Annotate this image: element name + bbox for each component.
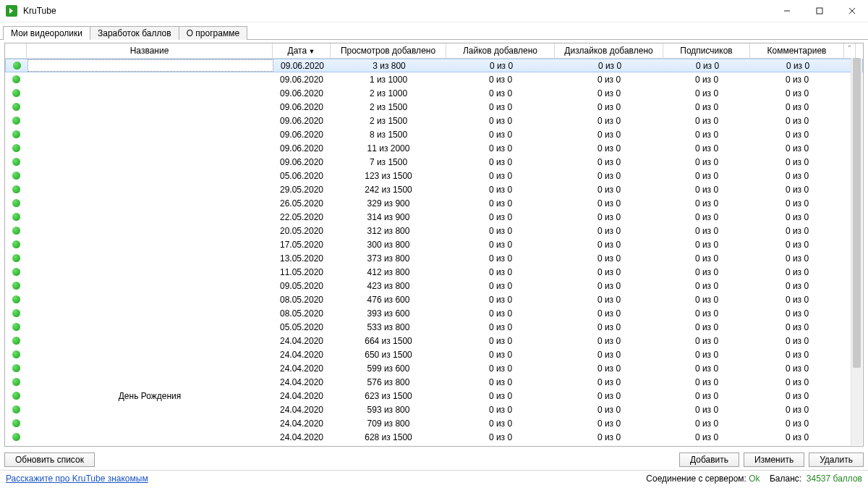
table-body: 09.06.20203 из 8000 из 00 из 00 из 00 из…: [5, 59, 863, 446]
cell-likes: 0 из 0: [446, 226, 555, 236]
cell-subs: 0 из 0: [663, 281, 750, 291]
maximize-button[interactable]: [803, 0, 835, 22]
cell-dislikes: 0 из 0: [555, 171, 663, 181]
table-row[interactable]: 22.05.2020314 из 9000 из 00 из 00 из 00 …: [5, 210, 863, 224]
table-row[interactable]: 24.04.2020593 из 8000 из 00 из 00 из 00 …: [5, 403, 863, 416]
col-dislikes[interactable]: Дизлайков добавлено: [555, 43, 663, 59]
table-row[interactable]: 09.06.20202 из 10000 из 00 из 00 из 00 и…: [5, 86, 863, 100]
cell-date: 24.04.2020: [273, 363, 331, 374]
table-row[interactable]: 20.05.2020312 из 8000 из 00 из 00 из 00 …: [5, 224, 863, 237]
table-row[interactable]: 09.06.20208 из 15000 из 00 из 00 из 00 и…: [5, 127, 863, 141]
cell-dislikes: 0 из 0: [555, 88, 663, 98]
cell-comments: 0 из 0: [750, 418, 844, 429]
cell-likes: 0 из 0: [446, 418, 555, 429]
cell-subs: 0 из 0: [663, 377, 750, 387]
cell-dislikes: 0 из 0: [555, 185, 663, 195]
table-row[interactable]: 24.04.2020650 из 15000 из 00 из 00 из 00…: [5, 348, 863, 361]
status-dot-icon: [12, 337, 20, 345]
balance-value: 34537 баллов: [807, 474, 862, 484]
table-row[interactable]: 09.06.202011 из 20000 из 00 из 00 из 00 …: [5, 141, 863, 155]
status-dot-icon: [12, 117, 20, 125]
cell-comments: 0 из 0: [750, 322, 844, 332]
table-row[interactable]: 11.05.2020412 из 8000 из 00 из 00 из 00 …: [5, 265, 863, 279]
scrollbar-thumb[interactable]: [853, 58, 861, 368]
cell-date: 24.04.2020: [273, 336, 331, 346]
promo-link[interactable]: Расскажите про KruTube знакомым: [6, 474, 148, 484]
col-likes[interactable]: Лайков добавлено: [446, 43, 555, 59]
table-row[interactable]: 29.05.2020242 из 15000 из 00 из 00 из 00…: [5, 182, 863, 196]
table-row[interactable]: 09.06.20201 из 10000 из 00 из 00 из 00 и…: [5, 72, 863, 86]
table-row[interactable]: 09.06.20202 из 15000 из 00 из 00 из 00 и…: [5, 100, 863, 114]
status-dot-icon: [12, 213, 20, 221]
cell-subs: 0 из 0: [663, 143, 750, 153]
table-row[interactable]: 24.04.2020628 из 15000 из 00 из 00 из 00…: [5, 430, 863, 444]
cell-comments: 0 из 0: [750, 405, 844, 415]
vertical-scrollbar[interactable]: [851, 58, 862, 445]
col-views[interactable]: Просмотров добавлено: [331, 43, 446, 59]
cell-comments: 0 из 0: [750, 240, 844, 250]
col-status[interactable]: [5, 43, 27, 59]
table-row[interactable]: 17.05.2020300 из 8000 из 00 из 00 из 00 …: [5, 237, 863, 251]
cell-views: 533 из 800: [331, 322, 446, 332]
cell-comments: 0 из 0: [750, 377, 844, 387]
col-subs[interactable]: Подписчиков: [663, 43, 750, 59]
cell-subs: 0 из 0: [663, 253, 750, 264]
cell-subs: 0 из 0: [663, 322, 750, 332]
status-dot-icon: [12, 144, 20, 152]
add-button[interactable]: Добавить: [679, 453, 739, 467]
col-date[interactable]: Дата: [273, 43, 331, 59]
close-button[interactable]: [835, 0, 868, 22]
status-dot-icon: [12, 185, 20, 193]
cell-date: 09.05.2020: [273, 281, 331, 291]
table-row[interactable]: 24.04.2020576 из 8000 из 00 из 00 из 00 …: [5, 375, 863, 389]
edit-button[interactable]: Изменить: [744, 453, 804, 467]
cell-views: 412 из 800: [331, 267, 446, 277]
table-row[interactable]: 24.04.2020599 из 6000 из 00 из 00 из 00 …: [5, 361, 863, 375]
minimize-button[interactable]: [770, 0, 803, 22]
cell-likes: 0 из 0: [446, 185, 555, 195]
table-row[interactable]: 26.05.2020329 из 9000 из 00 из 00 из 00 …: [5, 196, 863, 210]
table-row[interactable]: 09.06.20207 из 15000 из 00 из 00 из 00 и…: [5, 155, 863, 169]
table-row[interactable]: 05.05.2020533 из 8000 из 00 из 00 из 00 …: [5, 320, 863, 334]
status-cell: [5, 392, 27, 400]
table-row[interactable]: 24.04.2020709 из 8000 из 00 из 00 из 00 …: [5, 416, 863, 430]
window-controls: [770, 0, 868, 22]
table-row[interactable]: 08.05.2020476 из 6000 из 00 из 00 из 00 …: [5, 293, 863, 306]
cell-likes: 0 из 0: [446, 295, 555, 305]
tab-bar: Мои видеоролики Заработок баллов О прогр…: [0, 24, 868, 40]
cell-comments: 0 из 0: [750, 308, 844, 319]
cell-dislikes: 0 из 0: [555, 157, 663, 167]
table-row[interactable]: 05.06.2020123 из 15000 из 00 из 00 из 00…: [5, 169, 863, 182]
connection-label: Соединение с сервером:: [646, 474, 746, 484]
status-cell: [5, 130, 27, 138]
table-row[interactable]: 09.05.2020423 из 8000 из 00 из 00 из 00 …: [5, 279, 863, 293]
tab-about[interactable]: О программе: [179, 26, 247, 40]
status-dot-icon: [12, 309, 20, 317]
cell-comments: 0 из 0: [750, 185, 844, 195]
status-dot-icon: [13, 62, 21, 70]
table-row[interactable]: 24.04.2020664 из 15000 из 00 из 00 из 00…: [5, 334, 863, 348]
cell-date: 24.04.2020: [273, 377, 331, 387]
table-row[interactable]: 08.05.2020393 из 6000 из 00 из 00 из 00 …: [5, 306, 863, 320]
cell-date: 09.06.2020: [273, 88, 331, 98]
cell-date: 08.05.2020: [273, 295, 331, 305]
col-comments[interactable]: Комментариев: [750, 43, 844, 59]
refresh-button[interactable]: Обновить список: [4, 453, 95, 467]
tab-earn-points[interactable]: Заработок баллов: [90, 26, 179, 40]
status-cell: [5, 75, 27, 83]
table-row[interactable]: 09.06.20203 из 8000 из 00 из 00 из 00 из…: [5, 59, 863, 72]
cell-comments: 0 из 0: [750, 295, 844, 305]
col-name[interactable]: Название: [27, 43, 273, 59]
status-dot-icon: [12, 378, 20, 386]
cell-date: 20.05.2020: [273, 226, 331, 236]
table-row[interactable]: 13.05.2020373 из 8000 из 00 из 00 из 00 …: [5, 251, 863, 265]
table-row[interactable]: День Рождения24.04.2020623 из 15000 из 0…: [5, 389, 863, 403]
cell-views: 8 из 1500: [331, 130, 446, 140]
tab-my-videos[interactable]: Мои видеоролики: [3, 26, 90, 40]
table-row[interactable]: 09.06.20202 из 15000 из 00 из 00 из 00 и…: [5, 114, 863, 127]
status-dot-icon: [12, 254, 20, 262]
cell-views: 2 из 1500: [331, 116, 446, 126]
status-cell: [5, 227, 27, 235]
delete-button[interactable]: Удалить: [809, 453, 864, 467]
cell-subs: 0 из 0: [663, 157, 750, 167]
